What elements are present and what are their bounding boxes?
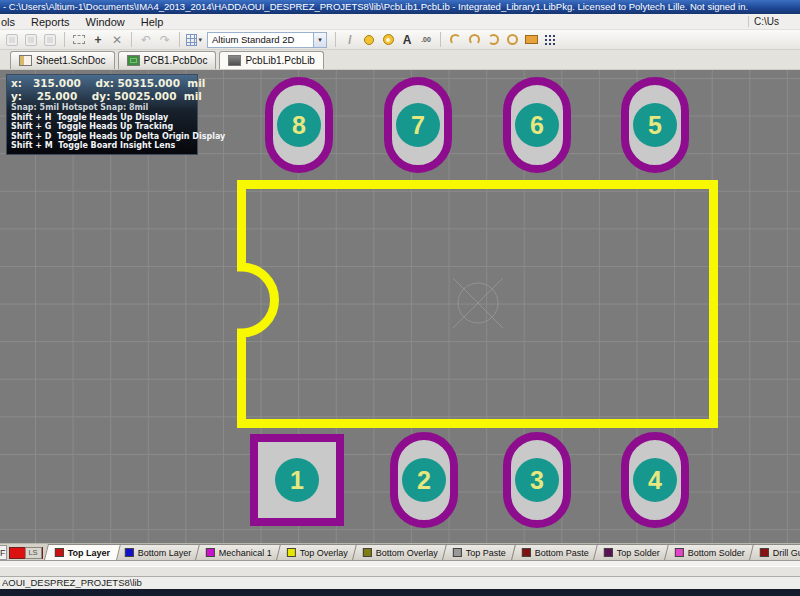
hud-y-readout: y: 25.000 dy: 50025.000 mil [11,90,193,103]
view-configuration-value: Altium Standard 2D [208,34,313,45]
layer-tab-label: Bottom Paste [534,548,588,558]
hud-shortcut-d: Shift + D Toggle Heads Up Delta Origin D… [11,132,193,142]
pad-number: 5 [633,103,677,147]
layer-tab-label: Mechanical 1 [219,548,272,558]
partial-left-button[interactable]: F [0,545,7,560]
origin-marker-icon [453,278,503,328]
place-string-icon[interactable]: .00 [418,32,434,48]
copy-icon[interactable] [23,32,39,48]
select-area-icon[interactable] [71,32,87,48]
pad-icon [364,35,374,45]
path-peek-text: C:\Us [748,16,800,27]
hud-shortcut-g: Shift + G Toggle Heads Up Tracking [11,122,193,132]
schematic-doc-icon [19,55,32,66]
altium-pcb-library-editor: - C:\Users\Altium-1\Documents\IMA4_2013_… [0,0,800,596]
pad-number: 1 [275,458,319,502]
clear-selection-icon[interactable]: ✕ [109,32,125,48]
layer-tab-top-paste[interactable]: Top Paste [442,544,517,560]
pcb-doc-icon [127,55,140,66]
fill-icon [525,35,538,44]
toolbar-separator [335,32,336,47]
pad-number: 7 [396,103,440,147]
hud-x-readout: x: 315.000 dx: 50315.000 mil [11,77,193,90]
pad-number: 2 [402,458,446,502]
menu-window[interactable]: Window [78,14,133,30]
hud-shortcut-h: Shift + H Toggle Heads Up Display [11,113,193,123]
layer-tab-top-solder[interactable]: Top Solder [593,544,671,560]
pcb-editor-canvas[interactable]: x: 315.000 dx: 50315.000 mil y: 25.000 d… [0,70,800,543]
circle-icon [507,34,518,45]
layer-tab-label: Bottom Solder [687,548,744,558]
layer-tab-label: Top Overlay [300,548,348,558]
tab-pcblib1-pcblib[interactable]: PcbLib1.PcbLib [219,51,324,69]
document-icon [44,34,56,46]
pad-7[interactable]: 7 [384,77,452,173]
place-arc-center-icon[interactable] [466,32,482,48]
layer-tab-bottom-layer[interactable]: Bottom Layer [114,544,203,560]
layer-color-swatch [125,548,134,557]
layer-color-swatch [54,548,63,557]
chevron-down-icon[interactable]: ▾ [313,33,326,47]
tab-pcb1-pcbdoc[interactable]: PCB1.PcbDoc [118,51,217,69]
view-configuration-select[interactable]: Altium Standard 2D ▾ [207,32,327,48]
layer-color-swatch [603,548,612,557]
grid-settings-icon[interactable]: ▾ [186,32,202,48]
place-line-icon[interactable]: / [342,32,358,48]
layer-tab-bar: F LS Top Layer Bottom Layer Mechanical 1… [0,543,800,560]
redo-icon[interactable]: ↷ [157,32,173,48]
place-full-circle-icon[interactable] [504,32,520,48]
layer-set-button[interactable]: LS [25,547,42,559]
doc-tab-label: PCB1.PcbDoc [144,55,208,66]
layer-tab-label: Top Paste [466,548,506,558]
toolbar-separator [64,32,65,47]
place-arc-edge-icon[interactable] [447,32,463,48]
move-selection-icon[interactable]: + [90,32,106,48]
layer-tab-label: Bottom Overlay [376,548,438,558]
bottom-dark-strip [0,589,800,596]
layer-tab-bottom-solder[interactable]: Bottom Solder [664,544,756,560]
layer-tab-label: Drill Guide [772,548,800,558]
layer-color-swatch [674,548,683,557]
layer-tab-bottom-overlay[interactable]: Bottom Overlay [352,544,449,560]
pad-5[interactable]: 5 [621,77,689,173]
layer-color-swatch [206,548,215,557]
pad-number: 4 [633,458,677,502]
undo-icon[interactable]: ↶ [138,32,154,48]
menu-tools-partial[interactable]: ols [0,14,23,30]
place-arc-any-icon[interactable] [485,32,501,48]
place-fill-icon[interactable] [523,32,539,48]
layer-tab-top-overlay[interactable]: Top Overlay [276,544,359,560]
place-text-icon[interactable]: A [399,32,415,48]
grid-icon [186,34,197,46]
menu-help[interactable]: Help [133,14,172,30]
pad-2[interactable]: 2 [390,432,458,528]
hud-snap-info: Snap: 5mil Hotspot Snap: 8mil [11,103,193,113]
place-via-icon[interactable] [380,32,396,48]
doc-tab-label: Sheet1.SchDoc [36,55,106,66]
layer-color-swatch [453,548,462,557]
layer-tab-drill-guide[interactable]: Drill Guide [749,544,800,560]
tab-sheet1-schdoc[interactable]: Sheet1.SchDoc [10,51,115,69]
layer-tab-label: Top Layer [67,548,109,558]
array-icon [544,34,556,46]
pad-4[interactable]: 4 [621,432,689,528]
layer-tab-mechanical-1[interactable]: Mechanical 1 [195,544,283,560]
paste-array-icon[interactable] [542,32,558,48]
pad-3[interactable]: 3 [503,432,571,528]
paste-recall-icon[interactable] [4,32,20,48]
toolbar-separator [179,32,180,47]
pad-6[interactable]: 6 [503,77,571,173]
layer-color-swatch [287,548,296,557]
place-pad-icon[interactable] [361,32,377,48]
pad-1[interactable]: 1 [250,434,344,526]
window-title: - C:\Users\Altium-1\Documents\IMA4_2013_… [3,1,748,12]
layer-set-selector[interactable]: LS [9,545,42,560]
layer-color-swatch [759,548,768,557]
paste-icon[interactable] [42,32,58,48]
selection-rect-icon [73,35,85,44]
pad-8[interactable]: 8 [265,77,333,173]
menu-reports[interactable]: Reports [23,14,78,30]
layer-tab-top-layer[interactable]: Top Layer [44,544,121,560]
heads-up-display: x: 315.000 dx: 50315.000 mil y: 25.000 d… [6,74,198,155]
layer-tab-bottom-paste[interactable]: Bottom Paste [511,544,600,560]
